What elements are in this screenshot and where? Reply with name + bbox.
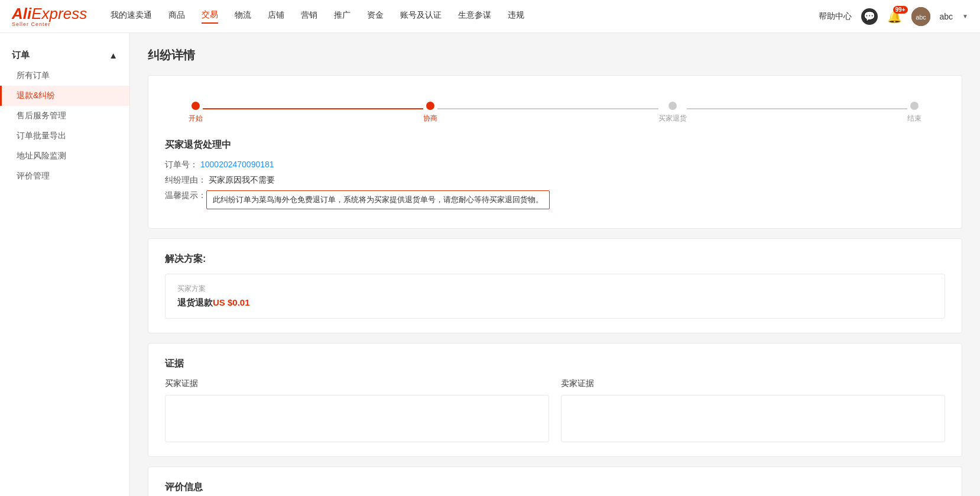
progress-card: 开始 协商 买家退货 结束: [148, 75, 962, 229]
user-dropdown-arrow[interactable]: ▼: [962, 13, 968, 20]
step-label-negotiate: 协商: [423, 114, 437, 124]
order-value[interactable]: 1000202470090181: [200, 160, 274, 169]
step-dot-end: [910, 102, 919, 110]
reason-value: 买家原因我不需要: [209, 175, 275, 186]
nav-item-logistics[interactable]: 物流: [235, 10, 251, 23]
nav-item-sumaito[interactable]: 我的速卖通: [111, 10, 152, 23]
sidebar: 订单 ▲ 所有订单 退款&纠纷 售后服务管理 订单批量导出 地址风险监测 评价管…: [0, 33, 130, 496]
avatar[interactable]: abc: [911, 7, 930, 26]
step-start: 开始: [189, 102, 203, 124]
sidebar-item-all-orders[interactable]: 所有订单: [0, 66, 129, 86]
progress-steps: 开始 协商 买家退货 结束: [165, 90, 945, 129]
logo-express-text: Express: [31, 6, 87, 21]
nav-item-account[interactable]: 账号及认证: [400, 10, 442, 23]
step-connector-2: [437, 108, 658, 109]
sidebar-item-aftersale[interactable]: 售后服务管理: [0, 106, 129, 126]
solution-text: 退货退款: [177, 297, 213, 307]
notification-badge: 99+: [893, 6, 908, 14]
comment-title: 评价信息: [165, 481, 945, 494]
page-title: 纠纷详情: [148, 47, 962, 63]
step-return: 买家退货: [658, 102, 687, 124]
step-connector-3: [687, 108, 907, 109]
sidebar-section-orders[interactable]: 订单 ▲: [0, 45, 129, 66]
comment-card: 评价信息: [148, 466, 962, 496]
header-right: 帮助中心 💬 🔔 99+ abc abc ▼: [819, 7, 968, 26]
solution-box: 买家方案 退货退款US $0.01: [165, 274, 945, 319]
chat-icon[interactable]: 💬: [861, 8, 878, 25]
warning-label: 温馨提示：: [165, 190, 206, 201]
seller-evidence-label: 卖家证据: [561, 378, 945, 389]
evidence-title: 证据: [165, 358, 945, 370]
step-negotiate: 协商: [423, 102, 437, 124]
sidebar-item-refund[interactable]: 退款&纠纷: [0, 86, 129, 106]
evidence-grid: 买家证据 卖家证据: [165, 378, 945, 442]
layout: 订单 ▲ 所有订单 退款&纠纷 售后服务管理 订单批量导出 地址风险监测 评价管…: [0, 33, 980, 496]
sidebar-section-title: 订单: [12, 50, 30, 61]
sidebar-item-address-monitor[interactable]: 地址风险监测: [0, 146, 129, 166]
step-dot-negotiate: [426, 102, 434, 110]
sidebar-item-review[interactable]: 评价管理: [0, 166, 129, 186]
step-label-return: 买家退货: [658, 114, 687, 124]
buyer-evidence-label: 买家证据: [165, 378, 549, 389]
seller-evidence-area: [561, 395, 945, 442]
step-end: 结束: [907, 102, 921, 124]
header: AliExpress Seller Center 我的速卖通 商品 交易 物流 …: [0, 0, 980, 33]
sidebar-item-batch-export[interactable]: 订单批量导出: [0, 126, 129, 146]
step-label-end: 结束: [907, 114, 921, 124]
warning-row: 温馨提示： 此纠纷订单为菜鸟海外仓免费退订单，系统将为买家提供退货单号，请您耐心…: [165, 190, 945, 209]
evidence-card: 证据 买家证据 卖家证据: [148, 343, 962, 457]
logo-seller-center: Seller Center: [12, 21, 87, 27]
reason-label: 纠纷理由：: [165, 175, 206, 186]
nav-item-promotion[interactable]: 推广: [334, 10, 351, 23]
buyer-evidence-col: 买家证据: [165, 378, 549, 442]
buyer-evidence-area: [165, 395, 549, 442]
notification-bell[interactable]: 🔔 99+: [887, 9, 902, 24]
buyer-solution-value: 退货退款US $0.01: [177, 297, 933, 309]
order-row: 订单号： 1000202470090181: [165, 160, 945, 170]
step-label-start: 开始: [189, 114, 203, 124]
nav-item-business[interactable]: 生意参谋: [458, 10, 491, 23]
nav-item-marketing[interactable]: 营销: [301, 10, 317, 23]
nav-item-transaction[interactable]: 交易: [202, 9, 218, 24]
main-nav: 我的速卖通 商品 交易 物流 店铺 营销 推广 资金 账号及认证 生意参谋 违规: [111, 9, 818, 24]
nav-item-store[interactable]: 店铺: [268, 10, 284, 23]
step-connector-1: [203, 108, 423, 109]
nav-item-funds[interactable]: 资金: [367, 10, 384, 23]
order-label: 订单号：: [165, 160, 198, 170]
help-link[interactable]: 帮助中心: [819, 11, 852, 22]
nav-item-violation[interactable]: 违规: [508, 10, 524, 23]
main-content: 纠纷详情 开始 协商 买家退货: [130, 33, 980, 496]
status-title: 买家退货处理中: [165, 139, 945, 151]
sidebar-collapse-icon[interactable]: ▲: [109, 50, 118, 60]
solution-title: 解决方案:: [165, 253, 945, 265]
step-dot-return: [669, 102, 677, 110]
solution-card: 解决方案: 买家方案 退货退款US $0.01: [148, 238, 962, 333]
svg-text:abc: abc: [916, 14, 926, 21]
solution-price: US $0.01: [213, 297, 250, 307]
warning-text: 此纠纷订单为菜鸟海外仓免费退订单，系统将为买家提供退货单号，请您耐心等待买家退回…: [206, 190, 550, 209]
seller-evidence-col: 卖家证据: [561, 378, 945, 442]
nav-item-product[interactable]: 商品: [168, 10, 185, 23]
buyer-solution-label: 买家方案: [177, 284, 933, 294]
logo-ali: Ali: [12, 6, 31, 21]
username-label[interactable]: abc: [940, 12, 953, 21]
logo[interactable]: AliExpress Seller Center: [12, 6, 87, 27]
step-dot-start: [192, 102, 200, 110]
reason-row: 纠纷理由： 买家原因我不需要: [165, 175, 945, 186]
